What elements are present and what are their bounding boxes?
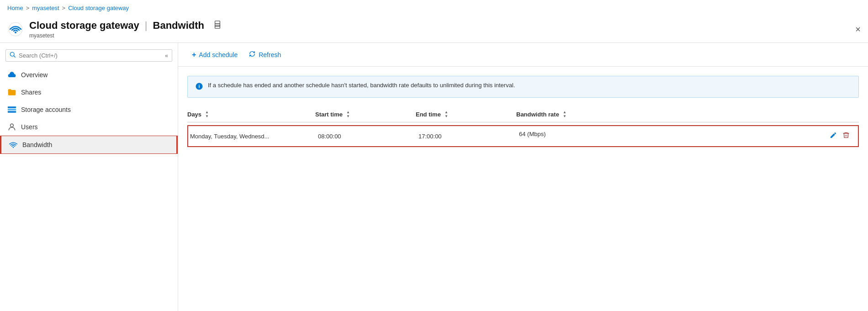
sidebar-label-users: Users xyxy=(21,123,38,131)
add-schedule-label: Add schedule xyxy=(199,51,238,58)
plus-icon: + xyxy=(192,51,196,59)
cell-days: Monday, Tuesday, Wednesd... xyxy=(188,133,316,140)
col-start-label: Start time xyxy=(315,111,343,118)
breadcrumb-device[interactable]: myasetest xyxy=(32,5,59,11)
breadcrumb: Home > myasetest > Cloud storage gateway xyxy=(0,0,868,16)
print-icon[interactable] xyxy=(213,20,222,32)
svg-point-10 xyxy=(13,147,14,148)
app-container: Home > myasetest > Cloud storage gateway… xyxy=(0,0,868,311)
cell-bandwidth-rate: 64 (Mbps) xyxy=(517,131,858,142)
page-header: Cloud storage gateway | Bandwidth myaset… xyxy=(0,16,868,43)
svg-point-4 xyxy=(220,25,221,26)
svg-rect-2 xyxy=(215,21,220,24)
breadcrumb-sep1: > xyxy=(26,5,30,11)
col-bandwidth-label: Bandwidth rate xyxy=(516,111,559,118)
svg-rect-8 xyxy=(8,111,16,112)
cell-end-time: 17:00:00 xyxy=(417,133,517,140)
refresh-label: Refresh xyxy=(259,51,281,58)
wifi-icon xyxy=(9,140,18,149)
header-title-group: Cloud storage gateway | Bandwidth myaset… xyxy=(29,20,222,39)
page-name: Bandwidth xyxy=(153,20,204,32)
sidebar-item-overview[interactable]: Overview xyxy=(0,66,178,84)
resource-icon xyxy=(7,21,24,37)
add-schedule-button[interactable]: + Add schedule xyxy=(187,48,242,62)
header-title: Cloud storage gateway | Bandwidth xyxy=(29,20,222,32)
svg-point-9 xyxy=(11,124,14,127)
svg-rect-7 xyxy=(8,109,16,110)
table-header: Days ▲ ▼ Start time ▲ ▼ xyxy=(187,107,859,122)
svg-point-1 xyxy=(15,32,16,33)
sort-end-icon[interactable]: ▲ ▼ xyxy=(445,111,448,118)
header-subtitle: myasetest xyxy=(29,32,222,39)
sort-days-icon[interactable]: ▲ ▼ xyxy=(205,111,209,118)
sort-start-icon[interactable]: ▲ ▼ xyxy=(346,111,350,118)
close-button[interactable]: × xyxy=(855,24,861,35)
schedule-table: Days ▲ ▼ Start time ▲ ▼ xyxy=(187,107,859,147)
refresh-icon xyxy=(249,50,256,59)
breadcrumb-home[interactable]: Home xyxy=(7,5,23,11)
breadcrumb-sep2: > xyxy=(62,5,66,11)
toolbar: + Add schedule Refresh xyxy=(178,43,868,67)
col-days-label: Days xyxy=(187,111,201,118)
col-header-days: Days ▲ ▼ xyxy=(187,111,315,118)
col-header-end: End time ▲ ▼ xyxy=(416,111,516,118)
row-actions xyxy=(829,131,856,142)
header-separator: | xyxy=(145,20,148,32)
sidebar-item-shares[interactable]: Shares xyxy=(0,84,178,101)
sidebar-label-shares: Shares xyxy=(21,89,41,96)
cloud-icon xyxy=(7,70,16,79)
sidebar-label-bandwidth: Bandwidth xyxy=(22,141,52,148)
bandwidth-value: 64 (Mbps) xyxy=(519,131,546,137)
col-end-label: End time xyxy=(416,111,441,118)
folder-icon xyxy=(7,88,16,97)
info-text: If a schedule has ended and another sche… xyxy=(208,82,515,89)
edit-button[interactable] xyxy=(829,131,838,142)
svg-rect-6 xyxy=(8,106,16,108)
col-header-start: Start time ▲ ▼ xyxy=(315,111,416,118)
search-input[interactable] xyxy=(19,52,160,59)
search-box[interactable]: « xyxy=(5,49,172,62)
search-icon xyxy=(10,52,16,59)
svg-rect-3 xyxy=(215,26,220,28)
sidebar-label-storage: Storage accounts xyxy=(21,106,71,113)
sidebar-item-storage-accounts[interactable]: Storage accounts xyxy=(0,101,178,118)
table-row: Monday, Tuesday, Wednesd... 08:00:00 17:… xyxy=(187,125,859,147)
sidebar: « Overview Shares xyxy=(0,43,178,311)
storage-icon xyxy=(7,105,16,114)
collapse-button[interactable]: « xyxy=(165,53,168,59)
sidebar-item-users[interactable]: Users xyxy=(0,118,178,136)
sort-bandwidth-icon[interactable]: ▲ ▼ xyxy=(563,111,566,118)
sidebar-item-bandwidth[interactable]: Bandwidth xyxy=(0,136,178,154)
user-icon xyxy=(7,122,16,132)
sidebar-label-overview: Overview xyxy=(21,71,48,79)
refresh-button[interactable]: Refresh xyxy=(244,47,286,62)
resource-name: Cloud storage gateway xyxy=(29,20,139,32)
info-icon xyxy=(195,82,203,92)
breadcrumb-current[interactable]: Cloud storage gateway xyxy=(68,5,129,11)
col-header-bandwidth: Bandwidth rate ▲ ▼ xyxy=(516,111,859,118)
delete-button[interactable] xyxy=(842,131,851,142)
info-banner: If a schedule has ended and another sche… xyxy=(187,76,859,98)
cell-start-time: 08:00:00 xyxy=(316,133,417,140)
content-area: + Add schedule Refresh xyxy=(178,43,868,311)
main-layout: « Overview Shares xyxy=(0,43,868,311)
